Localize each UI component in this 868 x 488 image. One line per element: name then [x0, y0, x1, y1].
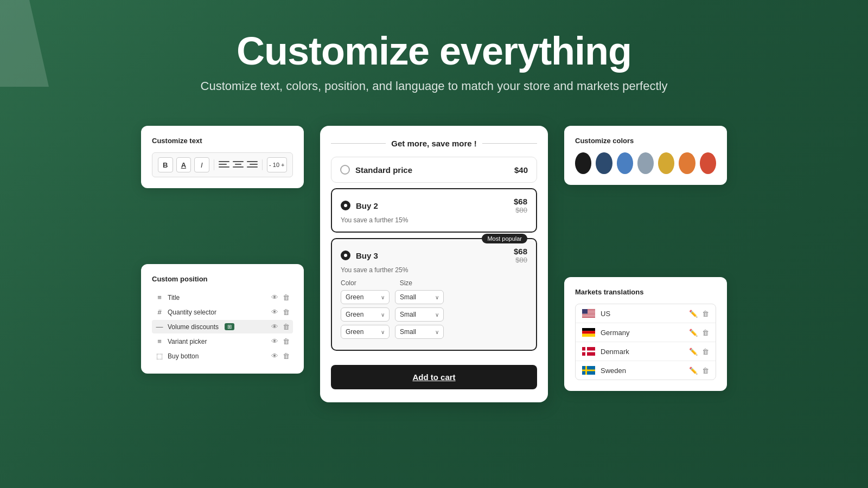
customize-text-card: Customize text B A I [141, 126, 304, 188]
align-center-icon[interactable] [233, 161, 244, 169]
radio-standard[interactable] [340, 165, 350, 175]
main-layout: Customize text B A I [0, 104, 868, 402]
add-to-cart-button[interactable]: Add to cart [331, 365, 537, 389]
pricing-tier-buy2[interactable]: Buy 2 $68 $80 You save a further 15% [331, 188, 537, 233]
position-label-variant: Variant picker [168, 338, 207, 345]
position-label-title: Title [168, 294, 180, 301]
tier-buy2-save: You save a further 15% [341, 216, 527, 224]
market-us-left: US [582, 309, 610, 318]
font-size-button[interactable]: - 10 + [267, 157, 287, 172]
customize-colors-card: Customize colors [564, 126, 727, 185]
delete-icon-de[interactable]: 🗑 [702, 329, 709, 337]
svg-rect-16 [582, 370, 595, 371]
delete-icon-us[interactable]: 🗑 [702, 310, 709, 318]
tier-buy3-row: Buy 3 $68 $80 [341, 247, 527, 264]
swatch-gray[interactable] [637, 152, 654, 174]
market-us-actions: ✏️ 🗑 [689, 310, 709, 318]
market-de-name: Germany [601, 329, 629, 337]
edit-icon-de[interactable]: ✏️ [689, 329, 698, 337]
variant-row-1: Green ∨ Small ∨ [341, 290, 527, 304]
pricing-tier-buy3[interactable]: Most popular Buy 3 $68 $80 You save a fu… [331, 238, 537, 351]
variant-row-2: Green ∨ Small ∨ [341, 307, 527, 322]
eye-icon-qty[interactable]: 👁 [271, 308, 278, 316]
bold-button[interactable]: B [158, 157, 173, 172]
delete-icon-buy[interactable]: 🗑 [283, 352, 290, 360]
customize-text-title: Customize text [152, 137, 293, 145]
swatch-orange[interactable] [679, 152, 695, 174]
swatch-red-orange[interactable] [700, 152, 716, 174]
eye-icon-buy[interactable]: 👁 [271, 352, 278, 360]
radio-buy3[interactable] [341, 251, 350, 260]
market-item-dk[interactable]: Denmark ✏️ 🗑 [576, 342, 716, 361]
color-arrow-2: ∨ [381, 312, 385, 318]
size-select-2[interactable]: Small ∨ [395, 307, 444, 322]
tier-standard-row: Standard price $40 [340, 165, 528, 175]
underline-button[interactable]: A [176, 157, 192, 172]
color-arrow-1: ∨ [381, 294, 385, 300]
market-item-se[interactable]: Sweden ✏️ 🗑 [576, 361, 716, 380]
position-item-quantity[interactable]: # Quantity selector 👁 🗑 [152, 305, 293, 319]
flag-us-icon [582, 309, 595, 318]
page-title: Customize everything [0, 30, 868, 73]
hash-icon: # [155, 308, 164, 316]
eye-icon-title[interactable]: 👁 [271, 293, 278, 301]
tier-buy2-row: Buy 2 $68 $80 [341, 197, 527, 214]
market-item-us[interactable]: US ✏️ 🗑 [576, 304, 716, 323]
text-align-group [219, 161, 258, 169]
pricing-widget-card: Get more, save more ! Standard price $40… [320, 126, 548, 402]
edit-icon-se[interactable]: ✏️ [689, 367, 698, 375]
svg-rect-4 [582, 314, 595, 314]
color-select-3[interactable]: Green ∨ [341, 325, 390, 339]
edit-icon-us[interactable]: ✏️ [689, 310, 698, 318]
color-value-1: Green [346, 293, 363, 301]
position-item-buy[interactable]: ⬚ Buy botton 👁 🗑 [152, 349, 293, 363]
size-select-1[interactable]: Small ∨ [395, 290, 444, 304]
position-item-title[interactable]: ≡ Title 👁 🗑 [152, 291, 293, 304]
size-value-2: Small [400, 311, 416, 318]
color-value-3: Green [346, 328, 363, 336]
align-right-icon[interactable] [247, 161, 258, 169]
delete-icon-dk[interactable]: 🗑 [702, 348, 709, 356]
volume-icon: — [155, 323, 164, 331]
swatch-dark-blue[interactable] [596, 152, 612, 174]
size-arrow-2: ∨ [435, 312, 439, 318]
edit-icon-dk[interactable]: ✏️ [689, 348, 698, 356]
swatch-yellow[interactable] [658, 152, 674, 174]
color-select-2[interactable]: Green ∨ [341, 307, 390, 322]
swatch-blue[interactable] [617, 152, 633, 174]
variant-icon: ≡ [155, 337, 164, 345]
market-se-name: Sweden [601, 367, 626, 375]
size-select-3[interactable]: Small ∨ [395, 325, 444, 339]
eye-icon-var[interactable]: 👁 [271, 337, 278, 345]
tier-buy2-price: $68 [514, 197, 527, 206]
customize-colors-title: Customize colors [575, 137, 716, 145]
header-line-left [331, 143, 386, 144]
position-item-variant[interactable]: ≡ Variant picker 👁 🗑 [152, 335, 293, 348]
svg-rect-9 [582, 331, 595, 333]
tier-buy3-save: You save a further 25% [341, 266, 527, 274]
tier-buy3-old-price: $80 [514, 256, 527, 264]
pricing-tier-standard[interactable]: Standard price $40 [331, 157, 537, 183]
delete-icon-vol[interactable]: 🗑 [283, 323, 290, 331]
svg-rect-6 [582, 317, 595, 317]
align-left-icon[interactable] [219, 161, 229, 169]
svg-rect-5 [582, 315, 595, 316]
variants-header: Color Size [341, 279, 527, 287]
delete-icon-se[interactable]: 🗑 [702, 367, 709, 375]
markets-title: Markets translations [575, 288, 716, 296]
color-value-2: Green [346, 311, 363, 318]
svg-rect-8 [582, 328, 595, 331]
eye-icon-vol[interactable]: 👁 [271, 323, 278, 331]
market-dk-actions: ✏️ 🗑 [689, 348, 709, 356]
italic-button[interactable]: I [194, 157, 209, 172]
market-item-de[interactable]: Germany ✏️ 🗑 [576, 323, 716, 342]
swatch-black[interactable] [575, 152, 591, 174]
delete-icon-var[interactable]: 🗑 [283, 337, 290, 345]
color-select-1[interactable]: Green ∨ [341, 290, 390, 304]
delete-icon-qty[interactable]: 🗑 [283, 308, 290, 316]
flag-de-icon [582, 328, 595, 337]
delete-icon-title[interactable]: 🗑 [283, 293, 290, 301]
radio-buy2[interactable] [341, 201, 350, 210]
color-header-label: Color [341, 279, 356, 287]
position-item-volume[interactable]: — Volume discounts ⊞ 👁 🗑 [152, 320, 293, 333]
